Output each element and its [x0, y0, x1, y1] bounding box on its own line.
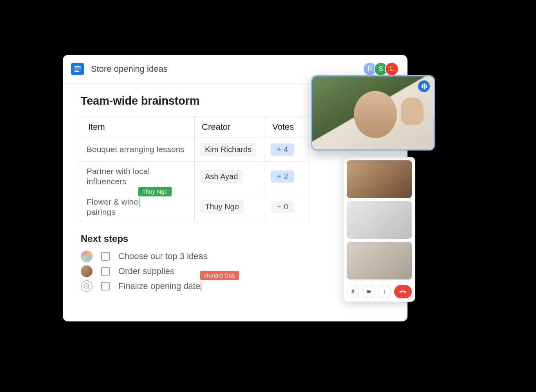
table-row: Flower & wineThuy Ngopairings Thuy Ngo +… [81, 192, 308, 222]
mic-button[interactable] [347, 285, 359, 298]
svg-point-3 [384, 293, 385, 294]
participant-thumbnail[interactable] [347, 242, 412, 279]
vote-button[interactable]: +4 [271, 143, 294, 156]
item-text: Flower & wineThuy Ngopairings [87, 197, 189, 218]
more-options-button[interactable] [378, 285, 391, 298]
participant-thumbnail[interactable] [347, 160, 412, 198]
hangup-button[interactable] [394, 285, 412, 298]
meet-controls [347, 283, 412, 298]
task-checkbox[interactable] [101, 252, 110, 261]
vote-button[interactable]: +0 [271, 201, 294, 213]
speaker-face [354, 91, 397, 138]
column-header-votes: Votes [265, 116, 308, 138]
column-header-item: Item [81, 116, 195, 138]
assignee-avatar[interactable] [81, 250, 92, 262]
brainstorm-table: Item Creator Votes Bouquet arranging les… [81, 116, 308, 222]
camera-button[interactable] [362, 285, 375, 298]
svg-point-0 [84, 283, 89, 288]
speaking-indicator-icon [418, 80, 430, 92]
vote-button[interactable]: +2 [271, 171, 294, 183]
task-text: Order supplies [118, 266, 174, 276]
creator-chip[interactable]: Ash Ayad [200, 170, 243, 183]
remote-cursor: Ronald Das [200, 281, 202, 291]
item-text: Bouquet arranging lessons [87, 144, 189, 154]
assignee-avatar[interactable] [81, 265, 92, 277]
participant-thumbnail[interactable] [347, 201, 412, 239]
collaborator-avatars: R S L [366, 62, 399, 76]
table-row: Bouquet arranging lessons Kim Richards +… [81, 138, 308, 162]
remote-cursor: Thuy Ngo [138, 197, 140, 206]
docs-app-icon[interactable] [71, 63, 84, 75]
svg-point-1 [384, 290, 385, 290]
table-row: Partner with local influencers Ash Ayad … [81, 162, 308, 192]
item-text: Partner with local influencers [87, 166, 189, 187]
task-checkbox[interactable] [101, 282, 110, 290]
collaborator-avatar-l[interactable]: L [385, 62, 399, 76]
meet-panel [343, 157, 415, 302]
table-header-row: Item Creator Votes [81, 116, 308, 138]
active-speaker-tile[interactable] [311, 75, 435, 151]
assign-task-icon[interactable] [81, 280, 92, 292]
speaker-hand [401, 98, 424, 125]
cursor-user-tag: Thuy Ngo [138, 187, 172, 197]
creator-chip[interactable]: Kim Richards [200, 143, 256, 156]
cursor-user-tag: Ronald Das [200, 271, 239, 280]
creator-chip[interactable]: Thuy Ngo [200, 200, 244, 214]
docs-window: Store opening ideas R S L Team-wide brai… [63, 55, 407, 321]
column-header-creator: Creator [195, 116, 265, 138]
task-text: Finalize opening dateRonald Das [118, 281, 202, 291]
task-checkbox[interactable] [101, 267, 110, 276]
document-title[interactable]: Store opening ideas [91, 64, 168, 74]
task-text: Choose our top 3 ideas [118, 251, 208, 261]
svg-point-2 [384, 291, 385, 292]
